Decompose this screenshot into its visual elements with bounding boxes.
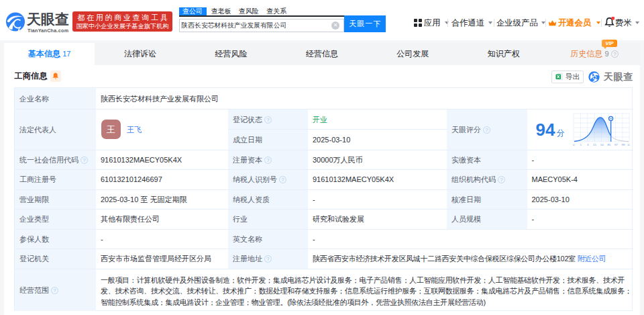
svg-text:0: 0: [573, 143, 575, 146]
svg-text:99: 99: [621, 143, 625, 146]
svg-text:50: 50: [600, 143, 604, 146]
svg-text:97: 97: [614, 143, 618, 146]
svg-text:85: 85: [607, 143, 610, 146]
svg-text:3: 3: [587, 143, 589, 146]
svg-text:100: 100: [627, 143, 630, 146]
svg-text:1: 1: [580, 143, 582, 146]
svg-text:15: 15: [593, 143, 596, 146]
